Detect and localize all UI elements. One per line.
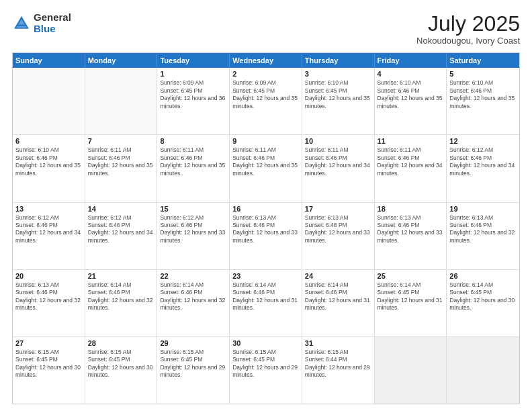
sunrise-text: Sunrise: 6:15 AM xyxy=(15,349,82,356)
sunrise-text: Sunrise: 6:11 AM xyxy=(160,146,226,154)
sunrise-text: Sunrise: 6:12 AM xyxy=(160,214,226,222)
daylight-text: Daylight: 12 hours and 36 minutes. xyxy=(160,95,226,110)
daylight-text: Daylight: 12 hours and 33 minutes. xyxy=(160,229,226,244)
daylight-text: Daylight: 12 hours and 34 minutes. xyxy=(449,162,517,177)
sunrise-text: Sunrise: 6:13 AM xyxy=(449,214,517,222)
daylight-text: Daylight: 12 hours and 33 minutes. xyxy=(378,229,444,244)
sunrise-text: Sunrise: 6:13 AM xyxy=(378,214,444,222)
calendar-cell: 8Sunrise: 6:11 AMSunset: 6:46 PMDaylight… xyxy=(157,135,230,201)
calendar-cell: 13Sunrise: 6:12 AMSunset: 6:46 PMDayligh… xyxy=(13,203,85,269)
day-number: 6 xyxy=(15,137,82,145)
page: General Blue July 2025 Nokoudougou, Ivor… xyxy=(0,0,532,411)
calendar-cell: 15Sunrise: 6:12 AMSunset: 6:46 PMDayligh… xyxy=(157,203,230,269)
daylight-text: Daylight: 12 hours and 34 minutes. xyxy=(305,162,371,177)
sunset-text: Sunset: 6:46 PM xyxy=(378,154,444,162)
calendar-cell xyxy=(375,337,447,404)
sunset-text: Sunset: 6:46 PM xyxy=(160,154,226,162)
day-number: 5 xyxy=(449,70,517,78)
month-year: July 2025 xyxy=(416,12,520,36)
day-number: 29 xyxy=(160,339,226,347)
sunset-text: Sunset: 6:45 PM xyxy=(15,356,82,363)
day-number: 13 xyxy=(15,205,82,213)
sunrise-text: Sunrise: 6:12 AM xyxy=(449,146,517,154)
daylight-text: Daylight: 12 hours and 29 minutes. xyxy=(305,364,371,379)
svg-rect-2 xyxy=(17,24,26,26)
sunset-text: Sunset: 6:46 PM xyxy=(160,222,226,229)
sunrise-text: Sunrise: 6:14 AM xyxy=(232,281,299,289)
day-number: 2 xyxy=(232,70,299,78)
daylight-text: Daylight: 12 hours and 34 minutes. xyxy=(15,229,82,244)
sunrise-text: Sunrise: 6:10 AM xyxy=(378,79,444,87)
sunset-text: Sunset: 6:46 PM xyxy=(232,154,299,162)
sunrise-text: Sunrise: 6:10 AM xyxy=(15,146,82,154)
sunset-text: Sunset: 6:46 PM xyxy=(88,289,154,296)
sunrise-text: Sunrise: 6:14 AM xyxy=(449,281,517,289)
day-number: 14 xyxy=(88,205,154,213)
calendar-row: 6Sunrise: 6:10 AMSunset: 6:46 PMDaylight… xyxy=(13,134,519,201)
sunset-text: Sunset: 6:45 PM xyxy=(378,289,444,296)
calendar-row: 1Sunrise: 6:09 AMSunset: 6:45 PMDaylight… xyxy=(13,68,519,134)
header: General Blue July 2025 Nokoudougou, Ivor… xyxy=(12,12,520,46)
day-number: 20 xyxy=(15,272,82,280)
day-number: 7 xyxy=(88,137,154,145)
calendar-cell xyxy=(13,68,85,134)
sunrise-text: Sunrise: 6:12 AM xyxy=(15,214,82,222)
daylight-text: Daylight: 12 hours and 33 minutes. xyxy=(232,229,299,244)
daylight-text: Daylight: 12 hours and 35 minutes. xyxy=(232,95,299,110)
title-block: July 2025 Nokoudougou, Ivory Coast xyxy=(416,12,520,46)
calendar-cell: 1Sunrise: 6:09 AMSunset: 6:45 PMDaylight… xyxy=(157,68,230,134)
day-number: 25 xyxy=(378,272,444,280)
day-number: 30 xyxy=(232,339,299,347)
daylight-text: Daylight: 12 hours and 29 minutes. xyxy=(160,364,226,379)
calendar-cell: 14Sunrise: 6:12 AMSunset: 6:46 PMDayligh… xyxy=(85,203,158,269)
location: Nokoudougou, Ivory Coast xyxy=(416,36,520,46)
sunset-text: Sunset: 6:46 PM xyxy=(305,154,371,162)
sunrise-text: Sunrise: 6:10 AM xyxy=(449,79,517,87)
calendar-cell: 12Sunrise: 6:12 AMSunset: 6:46 PMDayligh… xyxy=(447,135,519,201)
day-number: 9 xyxy=(232,137,299,145)
day-number: 4 xyxy=(378,70,444,78)
calendar-cell: 16Sunrise: 6:13 AMSunset: 6:46 PMDayligh… xyxy=(230,203,302,269)
calendar-row: 27Sunrise: 6:15 AMSunset: 6:45 PMDayligh… xyxy=(13,336,519,404)
sunset-text: Sunset: 6:46 PM xyxy=(15,154,82,162)
sunset-text: Sunset: 6:46 PM xyxy=(449,222,517,229)
day-number: 26 xyxy=(449,272,517,280)
sunset-text: Sunset: 6:45 PM xyxy=(449,289,517,296)
sunrise-text: Sunrise: 6:11 AM xyxy=(305,146,371,154)
day-number: 15 xyxy=(160,205,226,213)
day-number: 19 xyxy=(449,205,517,213)
calendar-cell: 22Sunrise: 6:14 AMSunset: 6:46 PMDayligh… xyxy=(157,270,230,336)
calendar: SundayMondayTuesdayWednesdayThursdayFrid… xyxy=(12,52,520,404)
daylight-text: Daylight: 12 hours and 34 minutes. xyxy=(378,162,444,177)
day-number: 12 xyxy=(449,137,517,145)
sunrise-text: Sunrise: 6:14 AM xyxy=(305,281,371,289)
day-number: 10 xyxy=(305,137,371,145)
calendar-cell: 5Sunrise: 6:10 AMSunset: 6:46 PMDaylight… xyxy=(447,68,519,134)
sunrise-text: Sunrise: 6:11 AM xyxy=(88,146,154,154)
sunrise-text: Sunrise: 6:14 AM xyxy=(378,281,444,289)
sunset-text: Sunset: 6:46 PM xyxy=(88,222,154,229)
daylight-text: Daylight: 12 hours and 32 minutes. xyxy=(88,297,154,312)
sunset-text: Sunset: 6:45 PM xyxy=(160,87,226,95)
sunset-text: Sunset: 6:45 PM xyxy=(232,356,299,363)
day-number: 11 xyxy=(378,137,444,145)
calendar-cell: 17Sunrise: 6:13 AMSunset: 6:46 PMDayligh… xyxy=(302,203,375,269)
daylight-text: Daylight: 12 hours and 35 minutes. xyxy=(305,95,371,110)
sunset-text: Sunset: 6:46 PM xyxy=(232,289,299,296)
daylight-text: Daylight: 12 hours and 31 minutes. xyxy=(232,297,299,312)
sunrise-text: Sunrise: 6:11 AM xyxy=(232,146,299,154)
calendar-header: SundayMondayTuesdayWednesdayThursdayFrid… xyxy=(13,53,519,68)
day-number: 21 xyxy=(88,272,154,280)
sunrise-text: Sunrise: 6:11 AM xyxy=(378,146,444,154)
calendar-body: 1Sunrise: 6:09 AMSunset: 6:45 PMDaylight… xyxy=(13,68,519,404)
calendar-cell: 23Sunrise: 6:14 AMSunset: 6:46 PMDayligh… xyxy=(230,270,302,336)
calendar-cell: 21Sunrise: 6:14 AMSunset: 6:46 PMDayligh… xyxy=(85,270,158,336)
sunrise-text: Sunrise: 6:13 AM xyxy=(15,281,82,289)
calendar-row: 13Sunrise: 6:12 AMSunset: 6:46 PMDayligh… xyxy=(13,202,519,269)
day-number: 3 xyxy=(305,70,371,78)
daylight-text: Daylight: 12 hours and 35 minutes. xyxy=(88,162,154,177)
sunset-text: Sunset: 6:46 PM xyxy=(449,154,517,162)
sunset-text: Sunset: 6:45 PM xyxy=(88,356,154,363)
daylight-text: Daylight: 12 hours and 32 minutes. xyxy=(449,229,517,244)
weekday-header: Friday xyxy=(375,53,447,68)
